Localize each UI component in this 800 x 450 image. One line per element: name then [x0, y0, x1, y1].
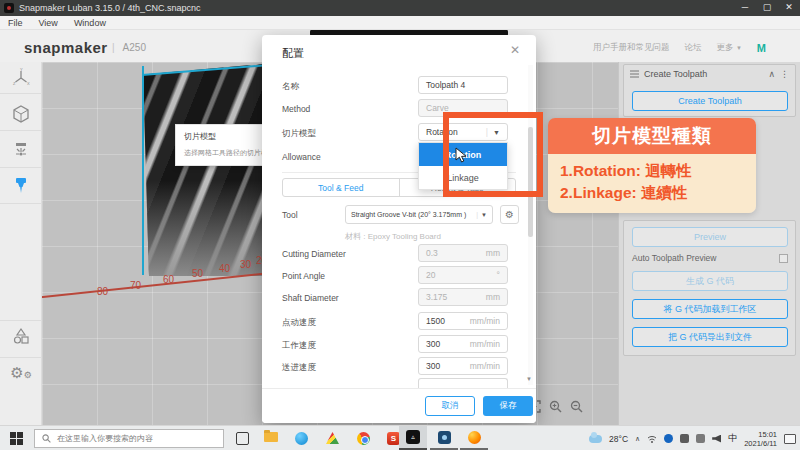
search-input[interactable]: 在这里输入你要搜索的内容: [34, 429, 224, 448]
file-explorer-icon[interactable]: [264, 432, 278, 442]
axes-icon[interactable]: YZX: [0, 68, 42, 88]
collapse-icon[interactable]: ∧: [768, 69, 775, 79]
shaft-diameter-label: Shaft Diameter: [282, 293, 339, 303]
network-icon[interactable]: [647, 435, 657, 443]
tray-app-icon[interactable]: [696, 434, 705, 443]
close-window-button[interactable]: ✕: [778, 0, 800, 16]
scroll-down-icon[interactable]: ▼: [526, 376, 532, 382]
tool-sidebar: YZX ⚙⚙: [0, 62, 42, 425]
menu-file[interactable]: File: [8, 18, 23, 28]
machine-model: |A250: [112, 42, 146, 53]
create-toolpath-button[interactable]: Create Toolpath: [632, 91, 788, 111]
m-badge[interactable]: M: [757, 42, 766, 54]
tab-tool-feed[interactable]: Tool & Feed: [283, 179, 400, 196]
work-speed-label: 工作速度: [282, 340, 316, 352]
axis-tick-label: 80: [97, 286, 108, 297]
generate-gcode-button[interactable]: 生成 G 代码: [632, 271, 788, 291]
link-user-manual[interactable]: 用户手册和常见问题: [593, 42, 670, 54]
date: 2021/6/11: [744, 439, 777, 448]
temperature[interactable]: 28°C: [609, 434, 628, 444]
input-language[interactable]: 中: [728, 432, 737, 445]
kebab-menu-icon[interactable]: ⋮: [780, 69, 789, 79]
tool-select[interactable]: Straight Groove V-bit (20° 3.175mm ) | ▼: [345, 205, 493, 224]
weather-icon[interactable]: [589, 435, 602, 443]
clock[interactable]: 15:01 2021/6/11: [744, 430, 777, 448]
browser-app-icon[interactable]: [295, 432, 308, 445]
name-input[interactable]: Toolpath 4: [418, 76, 508, 94]
annotation-callout: 切片模型種類 1.Rotation: 迴轉性 2.Linkage: 連續性: [548, 118, 756, 213]
config-dialog: 配置 ✕ 名称 Toolpath 4 Method Carve 切片模型 Rot…: [262, 35, 536, 423]
allowance-label: Allowance: [282, 152, 321, 162]
preview-button[interactable]: Preview: [632, 227, 788, 247]
window-title: Snapmaker Luban 3.15.0 / 4th_CNC.snapcnc: [19, 3, 201, 13]
hidden-icons-chevron[interactable]: ∧: [635, 435, 640, 443]
point-angle-label: Point Angle: [282, 271, 325, 281]
menu-window[interactable]: Window: [74, 18, 106, 28]
annotation-line: 1.Rotation: 迴轉性: [560, 160, 744, 182]
clipped-input-row: [418, 378, 508, 388]
svg-text:X: X: [27, 81, 30, 86]
snapmaker-logo: snapmaker: [24, 39, 108, 56]
windows-taskbar: 在这里输入你要搜索的内容 S ▵ 28°C ∧ 中 15:01 2021/6/1…: [0, 425, 800, 450]
cnc-model-preview[interactable]: [143, 64, 263, 276]
notification-center-icon[interactable]: [784, 434, 796, 444]
shapes-icon[interactable]: [0, 326, 42, 346]
dialog-close-icon[interactable]: ✕: [510, 43, 520, 57]
screen: 80 70 60 50 40 30 20 切片模型 选择网格工具路径的切片模式 …: [0, 0, 800, 450]
menu-view[interactable]: View: [39, 18, 58, 28]
drag-handle-icon[interactable]: [630, 70, 639, 78]
create-toolpath-section: Create Toolpath ∧ ⋮ Create Toolpath: [623, 64, 796, 117]
firefox-icon: [468, 431, 481, 444]
link-more[interactable]: 更多 ▼: [717, 42, 742, 54]
zoom-out-icon[interactable]: [570, 400, 583, 413]
window-titlebar: Snapmaker Luban 3.15.0 / 4th_CNC.snapcnc: [0, 0, 800, 16]
right-panel: Create Toolpath ∧ ⋮ Create Toolpath Prev…: [618, 62, 800, 425]
time: 15:01: [758, 430, 777, 439]
cnc-icon[interactable]: [0, 176, 42, 196]
settings-gears-icon[interactable]: ⚙⚙: [0, 364, 42, 382]
link-forum[interactable]: 论坛: [685, 42, 702, 54]
axis-tick-label: 50: [192, 268, 203, 279]
plunge-speed-input[interactable]: 300mm/min: [418, 357, 508, 375]
axis-tick-label: 70: [130, 280, 141, 291]
export-gcode-button[interactable]: 把 G 代码导出到文件: [632, 327, 788, 347]
task-view-icon[interactable]: [236, 432, 249, 445]
point-angle-input: 20°: [418, 266, 508, 284]
search-placeholder: 在这里输入你要搜索的内容: [57, 433, 153, 444]
auto-preview-checkbox[interactable]: [779, 254, 788, 263]
load-gcode-button[interactable]: 将 G 代码加载到工作区: [632, 299, 788, 319]
camera-app-icon: [438, 431, 451, 444]
jog-speed-input[interactable]: 1500mm/min: [418, 312, 508, 330]
maximize-button[interactable]: ▢: [756, 0, 778, 16]
volume-icon[interactable]: [712, 435, 721, 443]
name-label: 名称: [282, 81, 299, 93]
annotation-title: 切片模型種類: [548, 118, 756, 154]
onedrive-icon[interactable]: [664, 434, 673, 443]
cancel-button[interactable]: 取消: [425, 396, 475, 416]
gcode-section: Preview Auto Toolpath Preview 生成 G 代码 将 …: [623, 220, 796, 356]
mouse-cursor: [455, 147, 467, 163]
menu-bar: File View Window: [0, 16, 800, 30]
printing-3d-icon[interactable]: [0, 104, 42, 124]
chevron-down-icon: ▼: [736, 45, 742, 51]
svg-text:Y: Y: [20, 68, 23, 72]
axis-tick-label: 30: [240, 259, 251, 270]
luban-taskbar-app[interactable]: ▵: [399, 426, 427, 450]
viewer-app-icon[interactable]: [326, 432, 339, 444]
cutting-diameter-input: 0.3mm: [418, 244, 508, 262]
firefox-taskbar-app[interactable]: [460, 426, 488, 450]
slice-mode-label: 切片模型: [282, 128, 316, 140]
work-speed-input[interactable]: 300mm/min: [418, 335, 508, 353]
shaft-diameter-input: 3.175mm: [418, 288, 508, 306]
zoom-in-icon[interactable]: [549, 400, 562, 413]
tool-settings-button[interactable]: ⚙: [500, 205, 519, 224]
camera-taskbar-app[interactable]: [430, 426, 458, 450]
minimize-button[interactable]: ─: [734, 0, 756, 16]
start-button[interactable]: [10, 432, 23, 445]
tray-app-icon[interactable]: [680, 434, 689, 443]
search-icon: [42, 434, 51, 443]
save-button[interactable]: 保存: [483, 396, 533, 416]
chrome-icon[interactable]: [357, 432, 370, 445]
dialog-footer: 取消 保存: [262, 388, 536, 423]
laser-icon[interactable]: [0, 140, 42, 160]
